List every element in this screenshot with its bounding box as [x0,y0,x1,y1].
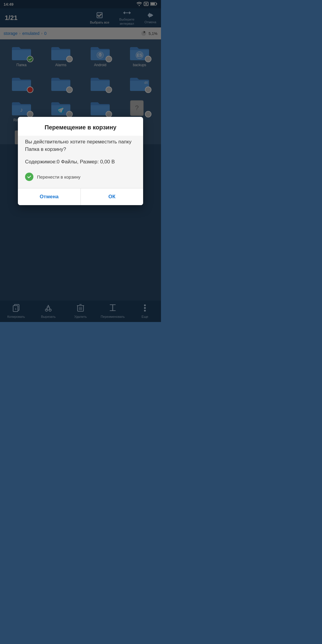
checkbox-label: Перенести в корзину [37,174,80,179]
modal-ok-button[interactable]: ОК [81,188,143,205]
dialog-move-to-trash: Перемещение в корзину Вы действительно х… [18,117,143,205]
modal-buttons: Отмена ОК [18,188,143,205]
modal-overlay: Перемещение в корзину Вы действительно х… [0,0,161,322]
modal-message: Вы действительно хотите переместить папк… [25,138,136,153]
modal-body: Вы действительно хотите переместить папк… [18,136,143,188]
modal-checkbox-row[interactable]: Перенести в корзину [25,170,136,183]
modal-title: Перемещение в корзину [18,117,143,136]
modal-cancel-button[interactable]: Отмена [18,188,81,205]
modal-info: Содержимое:0 Файлы, Размер: 0,00 В [25,158,136,166]
checkbox-checked-icon [25,173,33,181]
